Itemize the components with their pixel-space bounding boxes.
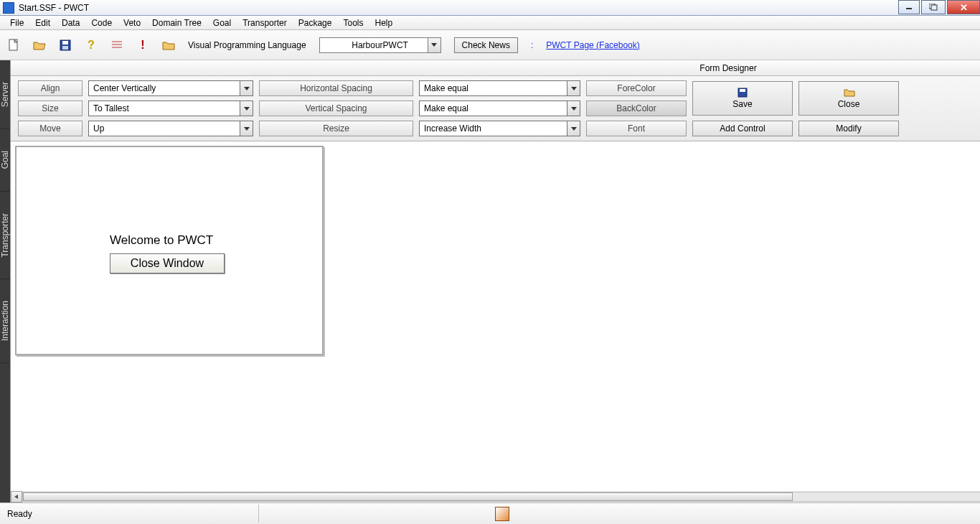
resize-select[interactable]: Increase Width [419, 121, 580, 136]
resize-button[interactable]: Resize [259, 121, 413, 136]
control-strip: Align Center Vertically Horizontal Spaci… [11, 76, 980, 141]
vertical-spacing-button[interactable]: Vertical Spacing [259, 100, 413, 116]
form-designer-title: Form Designer [11, 60, 980, 76]
dropdown-arrow-icon [428, 38, 440, 52]
link-separator: : [531, 40, 533, 50]
modify-button[interactable]: Modify [798, 121, 899, 136]
language-select[interactable]: HarbourPWCT [319, 37, 441, 53]
menu-data[interactable]: Data [56, 17, 85, 29]
svg-marker-4 [34, 42, 45, 50]
language-value: HarbourPWCT [352, 40, 408, 50]
menu-help[interactable]: Help [369, 17, 398, 29]
scroll-left-arrow-icon[interactable] [11, 491, 22, 502]
sidebar-label: Interaction [0, 301, 10, 341]
welcome-label: Welcome to PWCT [110, 233, 213, 248]
dropdown-arrow-icon [567, 101, 580, 116]
add-control-button[interactable]: Add Control [692, 121, 793, 136]
close-folder-icon [844, 88, 854, 98]
main-area: Server Goal Transporter Interaction Form… [0, 60, 980, 502]
select-value: Center Vertically [93, 83, 156, 93]
canvas-scroll-area: Welcome to PWCT Close Window [11, 141, 980, 502]
language-label: Visual Programming Language [188, 40, 306, 50]
new-file-icon[interactable] [7, 39, 20, 52]
maximize-button[interactable] [921, 0, 946, 14]
menu-tools[interactable]: Tools [337, 17, 369, 29]
save-icon[interactable] [59, 39, 72, 52]
sidebar-label: Goal [0, 151, 10, 169]
svg-rect-13 [740, 89, 745, 92]
app-icon [3, 2, 14, 14]
exclaim-icon[interactable]: ! [136, 39, 149, 52]
menu-file[interactable]: File [4, 17, 29, 29]
horizontal-scrollbar[interactable] [11, 491, 980, 502]
minimize-button[interactable] [898, 0, 920, 14]
dropdown-arrow-icon [567, 121, 580, 136]
svg-rect-2 [931, 5, 937, 10]
forecolor-button[interactable]: ForeColor [586, 80, 687, 96]
canvas[interactable]: Welcome to PWCT Close Window [11, 141, 980, 472]
select-value: Make equal [424, 83, 468, 93]
dropdown-arrow-icon [240, 81, 253, 95]
select-value: Make equal [424, 103, 468, 113]
svg-rect-7 [62, 46, 68, 50]
save-label: Save [732, 99, 752, 109]
close-form-button[interactable]: Close [798, 81, 899, 116]
scroll-thumb[interactable] [23, 492, 793, 501]
sidebar: Server Goal Transporter Interaction [0, 60, 10, 502]
window-title: Start.SSF - PWCT [19, 3, 897, 13]
status-tray-icon[interactable] [495, 507, 509, 521]
sidebar-tab-server[interactable]: Server [0, 60, 10, 129]
align-select[interactable]: Center Vertically [88, 80, 253, 96]
folder-icon[interactable] [162, 39, 175, 52]
menu-domaintree[interactable]: Domain Tree [146, 17, 207, 29]
vspacing-select[interactable]: Make equal [419, 100, 580, 116]
sidebar-tab-transporter[interactable]: Transporter [0, 192, 10, 280]
move-select[interactable]: Up [88, 121, 253, 136]
toolbar: ? ! Visual Programming Language HarbourP… [0, 30, 980, 60]
list-icon[interactable] [110, 39, 123, 52]
menu-transporter[interactable]: Transporter [237, 17, 293, 29]
save-icon [738, 88, 748, 98]
dropdown-arrow-icon [240, 101, 253, 116]
titlebar: Start.SSF - PWCT ✕ [0, 0, 980, 16]
sidebar-label: Server [0, 82, 10, 107]
horizontal-spacing-button[interactable]: Horizontal Spacing [259, 80, 413, 96]
close-button[interactable]: ✕ [947, 0, 980, 14]
check-news-button[interactable]: Check News [454, 37, 518, 53]
close-window-button[interactable]: Close Window [110, 253, 225, 273]
menu-goal[interactable]: Goal [207, 17, 237, 29]
workarea: Form Designer Align Center Vertically Ho… [10, 60, 980, 502]
move-button[interactable]: Move [18, 121, 83, 136]
backcolor-button[interactable]: BackColor [586, 100, 687, 116]
menubar: File Edit Data Code Veto Domain Tree Goa… [0, 16, 980, 30]
help-icon[interactable]: ? [85, 39, 98, 52]
sidebar-label: Transporter [0, 213, 10, 258]
select-value: Increase Width [424, 123, 481, 134]
open-folder-icon[interactable] [33, 39, 46, 52]
design-form-window[interactable]: Welcome to PWCT Close Window [15, 146, 324, 355]
font-button[interactable]: Font [586, 121, 687, 136]
select-value: Up [93, 123, 104, 134]
hspacing-select[interactable]: Make equal [419, 80, 580, 96]
status-separator [258, 505, 259, 523]
save-button[interactable]: Save [692, 81, 793, 116]
menu-package[interactable]: Package [293, 17, 338, 29]
sidebar-tab-goal[interactable]: Goal [0, 129, 10, 191]
svg-marker-11 [163, 42, 174, 50]
size-button[interactable]: Size [18, 100, 83, 116]
status-text: Ready [7, 509, 32, 519]
menu-edit[interactable]: Edit [29, 17, 56, 29]
sidebar-tab-interaction[interactable]: Interaction [0, 279, 10, 363]
menu-code[interactable]: Code [85, 17, 118, 29]
menu-veto[interactable]: Veto [118, 17, 146, 29]
size-select[interactable]: To Tallest [88, 100, 253, 116]
dropdown-arrow-icon [240, 121, 253, 136]
svg-marker-17 [14, 495, 18, 499]
window-controls: ✕ [897, 0, 980, 15]
svg-rect-6 [62, 41, 68, 45]
dropdown-arrow-icon [567, 81, 580, 95]
align-button[interactable]: Align [18, 80, 83, 96]
scroll-track[interactable] [22, 492, 980, 502]
pwct-facebook-link[interactable]: PWCT Page (Facebook) [546, 40, 640, 50]
statusbar: Ready [0, 502, 980, 524]
